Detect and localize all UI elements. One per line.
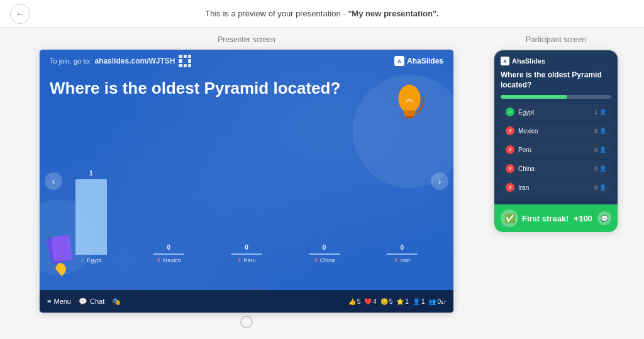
progress-fill <box>501 95 567 99</box>
wrong-icon-iran: ✗ <box>506 183 514 192</box>
answer-mexico: ✗ Mexico 0 👤 <box>501 123 611 139</box>
connector-dot <box>240 316 253 328</box>
svg-rect-3 <box>406 116 414 118</box>
preview-text: This is a preview of your presentation -… <box>205 9 438 18</box>
bar-rect-peru <box>231 253 262 255</box>
answer-egypt: ✓ Egypt 1 👤 <box>501 104 611 120</box>
progress-bar <box>501 95 611 99</box>
top-bar: ← This is a preview of your presentation… <box>0 0 644 28</box>
streak-icon: ✅ <box>501 209 518 227</box>
svg-point-0 <box>398 85 420 113</box>
bar-rect-mexico <box>153 253 184 255</box>
presenter-section: Presenter screen <box>19 35 474 328</box>
participant-label: Participant screen <box>526 35 586 44</box>
correct-icon: ✓ <box>506 108 514 116</box>
bar-rect-iran <box>386 253 418 255</box>
streak-points: +100 <box>574 214 592 223</box>
wrong-icon-china: ✗ <box>506 164 514 173</box>
chat-button[interactable]: 💬 Chat <box>79 297 104 306</box>
bar-peru: 0 ✗Peru <box>208 244 286 264</box>
reaction-heart: ❤️4 <box>364 298 377 305</box>
phone-aha-logo: A AhaSlides <box>501 57 611 65</box>
presenter-label: Presenter screen <box>218 35 275 44</box>
streak-banner: ✅ First streak! +100 💬 <box>494 204 618 232</box>
hamburger-icon: ≡ <box>47 297 51 305</box>
bar-mexico: 0 ✗Mexico <box>130 244 208 264</box>
back-button[interactable]: ← <box>10 4 30 24</box>
ahaslides-logo: A AhaSlides <box>394 56 443 66</box>
join-info: To join, go to: ahaslides.com/WJTSH <box>50 55 191 67</box>
qr-code-icon <box>179 55 191 67</box>
slide-header: To join, go to: ahaslides.com/WJTSH A Ah… <box>40 50 453 72</box>
reaction-thumbs: 👍5 <box>348 298 361 305</box>
emoji-icon: 🎭 <box>112 297 121 306</box>
left-illustration <box>46 231 84 281</box>
answer-iran: ✗ Iran 0 👤 <box>501 179 611 196</box>
prev-slide-button[interactable]: ‹ <box>45 172 62 190</box>
chat-icon: 💬 <box>79 297 87 306</box>
emoji-button[interactable]: 🎭 <box>112 297 121 306</box>
aha-logo-icon: A <box>394 56 404 66</box>
phone-aha-icon: A <box>501 57 509 65</box>
wrong-icon-peru: ✗ <box>506 145 514 154</box>
bar-iran: 0 ✗Iran <box>363 244 441 264</box>
bar-rect-china <box>309 253 340 255</box>
slide-toolbar: ≡ Menu 💬 Chat 🎭 👍5 ❤️4 😊5 ⭐1 <box>40 290 453 313</box>
svg-rect-5 <box>51 235 72 262</box>
reaction-star: ⭐1 <box>396 298 409 305</box>
menu-button[interactable]: ≡ Menu <box>47 297 71 305</box>
reaction-smile: 😊5 <box>380 298 393 305</box>
streak-left: ✅ First streak! <box>501 209 569 227</box>
next-slide-button[interactable]: › <box>431 172 448 190</box>
answer-china: ✗ China 0 👤 <box>501 160 611 177</box>
phone-frame: A AhaSlides Where is the oldest Pyramid … <box>493 49 619 233</box>
slide-frame: To join, go to: ahaslides.com/WJTSH A Ah… <box>39 49 454 313</box>
reaction-people: 👥0₁₇ <box>428 298 446 305</box>
streak-text: First streak! <box>522 214 569 223</box>
toolbar-left: ≡ Menu 💬 Chat 🎭 <box>47 297 121 306</box>
streak-chat-icon: 💬 <box>597 211 611 225</box>
participant-section: Participant screen A AhaSlides Where is … <box>487 35 625 233</box>
toolbar-right: 👍5 ❤️4 😊5 ⭐1 👤1 👥0₁₇ <box>348 298 446 305</box>
lightbulb-icon <box>384 81 435 131</box>
wrong-icon-mexico: ✗ <box>506 126 514 135</box>
phone-question: Where is the oldest Pyramid located? <box>501 70 611 90</box>
answer-peru: ✗ Peru 0 👤 <box>501 142 611 158</box>
reaction-person: 👤1 <box>413 298 425 305</box>
main-content: Presenter screen <box>0 28 644 339</box>
bar-china: 0 ✗China <box>286 244 364 264</box>
chart-bars: 1 ✓Egypt 0 ✗Mexico 0 ✗Peru <box>52 157 441 282</box>
phone-screen: A AhaSlides Where is the oldest Pyramid … <box>494 50 618 204</box>
chart-area: 1 ✓Egypt 0 ✗Mexico 0 ✗Peru <box>52 157 441 282</box>
